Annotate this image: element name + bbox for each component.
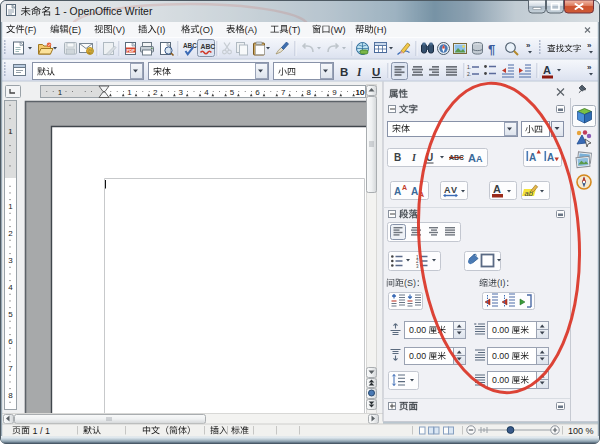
- svg-text:7: 7: [281, 88, 286, 97]
- svg-text:(T): (T): [289, 25, 301, 35]
- svg-text:(I): (I): [497, 278, 506, 288]
- svg-text:(F): (F): [25, 25, 37, 35]
- svg-text:A: A: [444, 185, 451, 195]
- svg-text:(O): (O): [200, 25, 213, 35]
- svg-text:(A): (A): [245, 25, 257, 35]
- svg-text:B: B: [340, 66, 348, 78]
- svg-text:8: 8: [8, 391, 13, 400]
- svg-text:A: A: [529, 152, 536, 163]
- svg-text:A: A: [402, 184, 407, 191]
- svg-text:100 %: 100 %: [568, 426, 594, 436]
- svg-text:ABC: ABC: [183, 42, 197, 49]
- svg-text:V: V: [451, 185, 457, 195]
- svg-text:I: I: [356, 66, 362, 78]
- svg-text:U: U: [372, 66, 380, 78]
- svg-text:4: 4: [204, 88, 209, 97]
- svg-text:A: A: [493, 183, 501, 195]
- svg-text:A: A: [411, 186, 418, 197]
- svg-text:1 / 1: 1 / 1: [30, 426, 50, 436]
- svg-text:0.00: 0.00: [492, 351, 512, 361]
- svg-text:2: 2: [153, 88, 158, 97]
- svg-text:6: 6: [8, 337, 13, 346]
- svg-text:¶: ¶: [488, 42, 495, 57]
- svg-text:0.00: 0.00: [409, 351, 429, 361]
- svg-text:(S): (S): [404, 278, 416, 288]
- svg-text:10: 10: [356, 88, 365, 97]
- svg-text:A: A: [547, 152, 554, 163]
- svg-text:1: 1: [8, 127, 13, 136]
- svg-text:(I): (I): [157, 25, 166, 35]
- svg-text:»: »: [587, 63, 592, 72]
- svg-text:1: 1: [127, 88, 132, 97]
- svg-text:1: 1: [58, 88, 63, 97]
- svg-text:»: »: [587, 41, 592, 50]
- svg-text:5: 5: [230, 88, 235, 97]
- svg-text:0.00: 0.00: [492, 325, 512, 335]
- svg-text:0.00: 0.00: [409, 325, 429, 335]
- svg-text:2: 2: [8, 229, 13, 238]
- svg-text:3: 3: [8, 256, 13, 265]
- svg-text:0.00: 0.00: [492, 375, 512, 385]
- svg-text:1 - OpenOffice Writer: 1 - OpenOffice Writer: [52, 6, 153, 17]
- svg-text:(H): (H): [374, 25, 387, 35]
- svg-text:1: 1: [8, 202, 13, 211]
- svg-text:(V): (V): [113, 25, 125, 35]
- svg-text:PDF: PDF: [127, 48, 136, 53]
- svg-text:A: A: [394, 186, 401, 197]
- svg-text:A: A: [476, 154, 483, 164]
- svg-text:2.: 2.: [467, 71, 471, 77]
- svg-text:»: »: [526, 41, 531, 50]
- svg-text:6: 6: [255, 88, 260, 97]
- svg-text:9: 9: [332, 88, 337, 97]
- svg-text:A: A: [468, 152, 476, 164]
- svg-text:@: @: [87, 48, 93, 54]
- svg-text:1.: 1.: [467, 64, 471, 70]
- svg-text:A: A: [543, 64, 551, 76]
- svg-text:(E): (E): [69, 25, 81, 35]
- svg-text:5: 5: [8, 310, 13, 319]
- svg-text:8: 8: [307, 88, 312, 97]
- svg-text:B: B: [394, 152, 401, 163]
- svg-text:7: 7: [8, 364, 13, 373]
- svg-text:ABC: ABC: [201, 43, 216, 50]
- svg-text:4: 4: [8, 283, 13, 292]
- svg-text:(W): (W): [331, 25, 346, 35]
- svg-text:3: 3: [179, 88, 184, 97]
